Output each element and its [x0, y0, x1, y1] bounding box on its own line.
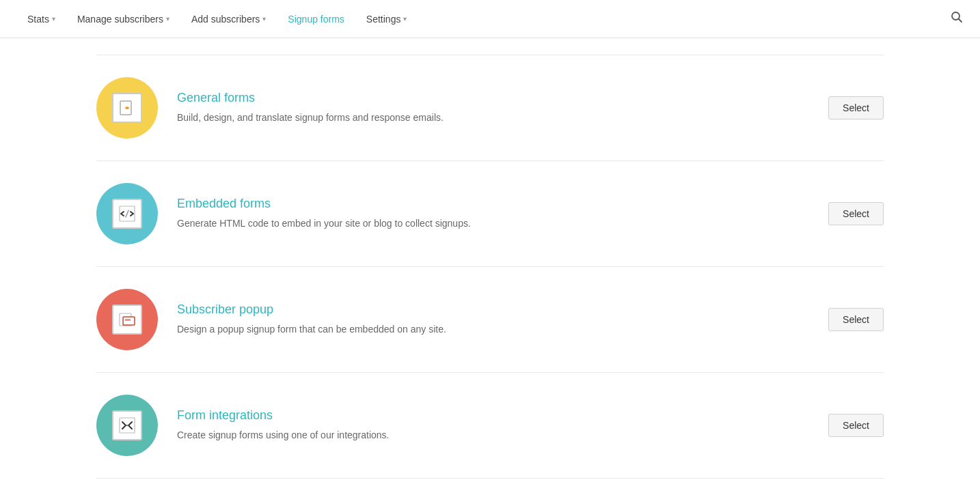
general-forms-desc: Build, design, and translate signup form…: [177, 111, 801, 125]
form-item-general: General forms Build, design, and transla…: [96, 55, 884, 161]
embedded-forms-desc: Generate HTML code to embed in your site…: [177, 216, 801, 231]
nav-add-subscribers[interactable]: Add subscribers ▾: [180, 0, 277, 38]
form-integrations-desc: Create signup forms using one of our int…: [177, 428, 801, 442]
nav-signup-forms[interactable]: Signup forms: [277, 0, 355, 38]
subscriber-popup-desc: Design a popup signup form that can be e…: [177, 322, 801, 337]
embedded-forms-select-button[interactable]: Select: [828, 202, 884, 225]
nav-stats[interactable]: Stats ▾: [16, 0, 66, 38]
embedded-forms-title: Embedded forms: [177, 197, 801, 211]
general-forms-icon: [96, 77, 158, 139]
general-forms-select-button[interactable]: Select: [828, 96, 884, 119]
chevron-down-icon: ▾: [166, 15, 169, 23]
top-navigation: Stats ▾ Manage subscribers ▾ Add subscri…: [0, 0, 980, 38]
subscriber-popup-select-button[interactable]: Select: [828, 308, 884, 331]
svg-line-1: [959, 19, 962, 23]
main-content: General forms Build, design, and transla…: [80, 55, 900, 479]
general-forms-title: General forms: [177, 91, 801, 105]
form-integrations-title: Form integrations: [177, 408, 801, 423]
form-item-integrations: Form integrations Create signup forms us…: [96, 373, 884, 479]
chevron-down-icon: ▾: [52, 15, 55, 23]
chevron-down-icon: ▾: [262, 15, 266, 23]
chevron-down-icon: ▾: [403, 15, 407, 23]
nav-settings[interactable]: Settings ▾: [355, 0, 418, 38]
search-icon[interactable]: [950, 10, 964, 27]
svg-rect-8: [125, 319, 131, 321]
subscriber-popup-icon: [96, 289, 158, 350]
svg-point-3: [126, 107, 128, 109]
form-item-embedded: Embedded forms Generate HTML code to emb…: [96, 161, 884, 267]
subscriber-popup-title: Subscriber popup: [177, 302, 801, 317]
form-integrations-select-button[interactable]: Select: [828, 414, 884, 437]
embedded-forms-icon: [96, 183, 158, 244]
form-integrations-icon: [96, 395, 158, 456]
form-item-popup: Subscriber popup Design a popup signup f…: [96, 267, 884, 373]
nav-manage-subscribers[interactable]: Manage subscribers ▾: [66, 0, 180, 38]
